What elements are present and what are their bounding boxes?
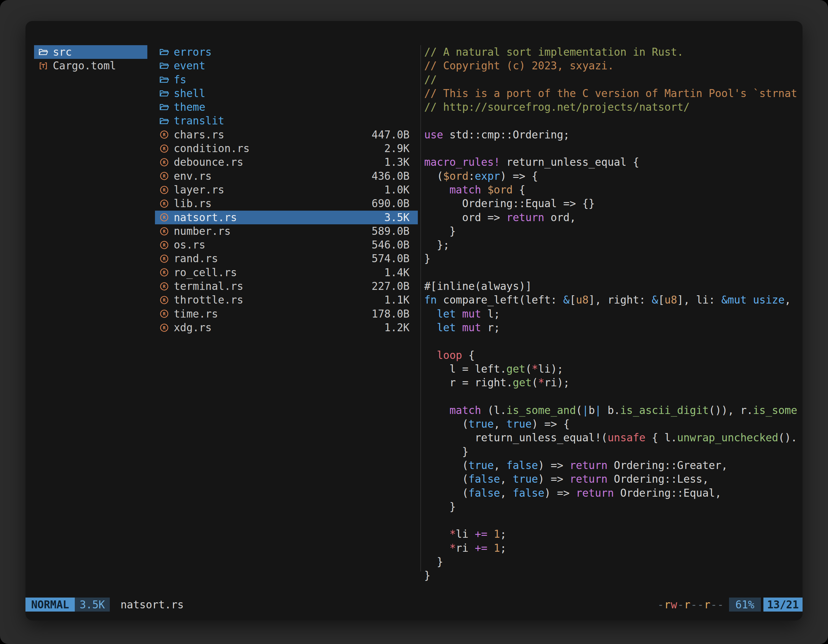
rust-file-icon: R — [159, 254, 169, 263]
dir-row[interactable]: shell — [155, 86, 418, 100]
code-token: expr — [475, 170, 500, 182]
file-row[interactable]: Ros.rs546.0B — [155, 238, 418, 252]
code-line: use std::cmp::Ordering; — [424, 128, 800, 142]
code-token: unsafe — [607, 431, 645, 444]
dir-row[interactable]: theme — [155, 100, 418, 114]
code-line: } — [424, 500, 800, 514]
code-token: false — [469, 487, 500, 499]
code-token: ( — [576, 404, 582, 417]
permission-char: w — [671, 599, 677, 611]
file-name: rand.rs — [174, 252, 218, 265]
permission-char: - — [691, 599, 698, 611]
rust-file-icon: R — [159, 171, 169, 180]
dir-row[interactable]: fs — [155, 73, 418, 86]
dir-row[interactable]: errors — [155, 45, 418, 59]
code-token: (l. — [481, 404, 506, 417]
code-line: } — [424, 445, 800, 459]
code-token: return — [569, 473, 607, 485]
file-row[interactable]: Rthrottle.rs1.1K — [155, 293, 418, 307]
file-row[interactable]: Rdebounce.rs1.3K — [155, 155, 418, 169]
file-row[interactable]: Rlib.rs690.0B — [155, 197, 418, 210]
code-token: Ordering::Equal, — [614, 487, 721, 499]
file-row[interactable]: Renv.rs436.0B — [155, 169, 418, 183]
file-row[interactable]: Rtime.rs178.0B — [155, 307, 418, 321]
file-row[interactable]: Rlayer.rs1.0K — [155, 183, 418, 197]
code-token: ; — [500, 528, 506, 540]
file-row[interactable]: Cargo.toml — [34, 59, 147, 72]
status-bar: NORMAL 3.5K natsort.rs -rw-r--r-- 61% 13… — [25, 597, 803, 611]
code-token: [ — [569, 294, 576, 306]
code-line — [424, 266, 800, 279]
code-token: li — [456, 528, 475, 540]
code-token: b. — [601, 404, 620, 417]
file-row[interactable]: Rrand.rs574.0B — [155, 252, 418, 265]
file-row[interactable]: Rro_cell.rs1.4K — [155, 266, 418, 279]
dir-row[interactable]: translit — [155, 114, 418, 128]
code-token — [424, 528, 449, 540]
code-line: match $ord { — [424, 183, 800, 197]
rust-file-icon: R — [159, 282, 169, 291]
code-token: 1 — [494, 542, 500, 554]
file-name: ro_cell.rs — [174, 266, 237, 279]
code-token: $ord — [488, 183, 513, 196]
rust-file-icon: R — [159, 227, 169, 236]
file-name: shell — [174, 86, 205, 100]
code-token: ( — [532, 376, 538, 389]
code-token: , — [500, 487, 513, 499]
code-line: fn compare_left(left: &[u8], right: &[u8… — [424, 293, 800, 307]
dir-row[interactable]: src — [34, 45, 147, 59]
code-token: r = right. — [424, 376, 513, 389]
code-token: loop — [437, 349, 462, 362]
file-size: 1.1K — [384, 293, 409, 307]
code-token — [456, 321, 462, 334]
file-row[interactable]: Rxdg.rs1.2K — [155, 321, 418, 334]
code-token: ) => — [538, 459, 569, 472]
file-manager-panes: srcCargo.toml errorseventfsshellthemetra… — [25, 45, 803, 582]
code-token: } — [424, 225, 456, 237]
rust-file-icon: R — [159, 213, 169, 222]
file-permissions: -rw-r--r-- — [657, 599, 724, 611]
file-row[interactable]: Rnumber.rs589.0B — [155, 224, 418, 238]
code-token: l; — [481, 308, 500, 320]
svg-text:R: R — [163, 132, 166, 138]
dir-row[interactable]: event — [155, 59, 418, 72]
file-size: 589.0B — [372, 224, 409, 238]
file-row[interactable]: Rchars.rs447.0B — [155, 128, 418, 142]
code-token — [488, 528, 494, 540]
svg-text:R: R — [163, 187, 166, 193]
file-size: 227.0B — [372, 279, 409, 293]
folder-icon — [159, 76, 169, 84]
file-name: chars.rs — [174, 128, 224, 142]
code-token: usize — [753, 294, 784, 306]
code-token: += — [475, 528, 488, 540]
file-row[interactable]: Rterminal.rs227.0B — [155, 279, 418, 293]
code-line: // http://sourcefrog.net/projects/natsor… — [424, 100, 800, 114]
code-token: ( — [424, 487, 469, 499]
code-token: } — [424, 445, 469, 458]
rust-file-icon: R — [159, 268, 169, 277]
code-token: get — [513, 376, 532, 389]
file-size: 690.0B — [372, 197, 409, 210]
rust-file-icon: R — [159, 241, 169, 249]
code-token: ord, — [544, 211, 576, 224]
file-name: terminal.rs — [174, 279, 243, 293]
svg-text:R: R — [163, 256, 166, 261]
file-row[interactable]: Rcondition.rs2.9K — [155, 142, 418, 155]
code-token: true — [513, 473, 538, 485]
code-token — [488, 542, 494, 554]
code-line: Ordering::Equal => {} — [424, 197, 800, 210]
pane-divider — [420, 45, 421, 572]
code-token: mut — [462, 308, 481, 320]
code-token: r; — [481, 321, 500, 334]
rust-file-icon: R — [159, 130, 169, 139]
code-token: is_some — [753, 404, 797, 417]
file-size: 1.4K — [384, 266, 409, 279]
code-token: , — [500, 473, 513, 485]
permission-char: r — [704, 599, 710, 611]
code-line: }; — [424, 238, 800, 252]
code-token: // A natural sort implementation in Rust… — [424, 46, 684, 58]
svg-text:R: R — [163, 160, 166, 165]
code-token: is_ascii_digit — [620, 404, 709, 417]
file-name: fs — [174, 73, 187, 86]
file-row[interactable]: Rnatsort.rs3.5K — [155, 211, 418, 224]
